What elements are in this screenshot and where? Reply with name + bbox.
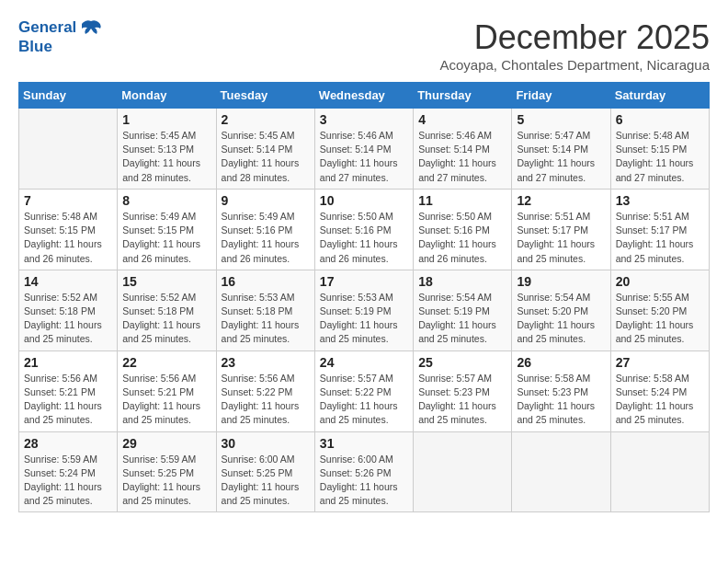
header: General Blue December 2025 Acoyapa, Chon… [18, 18, 710, 73]
day-info: Sunrise: 5:55 AM Sunset: 5:20 PM Dayligh… [616, 291, 704, 347]
calendar-cell: 26Sunrise: 5:58 AM Sunset: 5:23 PM Dayli… [512, 350, 610, 431]
day-number: 15 [122, 274, 210, 289]
calendar-cell: 3Sunrise: 5:46 AM Sunset: 5:14 PM Daylig… [314, 109, 413, 190]
day-info: Sunrise: 5:48 AM Sunset: 5:15 PM Dayligh… [24, 210, 112, 266]
calendar-cell: 2Sunrise: 5:45 AM Sunset: 5:14 PM Daylig… [216, 109, 314, 190]
calendar-cell [512, 431, 610, 512]
calendar-cell: 11Sunrise: 5:50 AM Sunset: 5:16 PM Dayli… [414, 189, 512, 270]
day-number: 22 [122, 355, 210, 370]
calendar-cell: 19Sunrise: 5:54 AM Sunset: 5:20 PM Dayli… [512, 270, 610, 350]
calendar-cell: 27Sunrise: 5:58 AM Sunset: 5:24 PM Dayli… [610, 350, 709, 431]
day-info: Sunrise: 5:49 AM Sunset: 5:15 PM Dayligh… [122, 210, 210, 266]
day-number: 1 [122, 112, 210, 127]
day-info: Sunrise: 5:48 AM Sunset: 5:15 PM Dayligh… [616, 129, 704, 185]
column-header-friday: Friday [512, 83, 610, 109]
day-info: Sunrise: 5:54 AM Sunset: 5:20 PM Dayligh… [517, 291, 605, 347]
calendar-cell: 17Sunrise: 5:53 AM Sunset: 5:19 PM Dayli… [314, 270, 413, 350]
day-number: 24 [320, 355, 408, 370]
day-number: 20 [616, 274, 704, 289]
day-number: 27 [616, 355, 704, 370]
day-info: Sunrise: 5:46 AM Sunset: 5:14 PM Dayligh… [418, 129, 506, 185]
day-number: 3 [320, 112, 408, 127]
calendar-cell: 13Sunrise: 5:51 AM Sunset: 5:17 PM Dayli… [610, 189, 709, 270]
calendar-cell: 21Sunrise: 5:56 AM Sunset: 5:21 PM Dayli… [19, 350, 118, 431]
day-number: 23 [222, 355, 310, 370]
calendar-cell [414, 431, 512, 512]
column-header-thursday: Thursday [414, 83, 512, 109]
day-number: 30 [222, 436, 310, 451]
column-header-tuesday: Tuesday [216, 83, 314, 109]
day-number: 29 [122, 436, 210, 451]
day-number: 16 [222, 274, 310, 289]
day-number: 28 [24, 436, 112, 451]
calendar-cell: 5Sunrise: 5:47 AM Sunset: 5:14 PM Daylig… [512, 109, 610, 190]
day-number: 19 [517, 274, 605, 289]
calendar-week-row: 1Sunrise: 5:45 AM Sunset: 5:13 PM Daylig… [19, 109, 710, 190]
calendar-cell: 31Sunrise: 6:00 AM Sunset: 5:26 PM Dayli… [314, 431, 413, 512]
column-header-monday: Monday [118, 83, 216, 109]
day-number: 13 [616, 193, 704, 208]
day-info: Sunrise: 5:50 AM Sunset: 5:16 PM Dayligh… [320, 210, 408, 266]
calendar-week-row: 7Sunrise: 5:48 AM Sunset: 5:15 PM Daylig… [19, 189, 710, 270]
day-info: Sunrise: 5:45 AM Sunset: 5:14 PM Dayligh… [222, 129, 310, 185]
day-number: 12 [517, 193, 605, 208]
day-info: Sunrise: 5:51 AM Sunset: 5:17 PM Dayligh… [616, 210, 704, 266]
day-info: Sunrise: 5:45 AM Sunset: 5:13 PM Dayligh… [122, 129, 210, 185]
day-info: Sunrise: 5:52 AM Sunset: 5:18 PM Dayligh… [122, 291, 210, 347]
calendar-cell: 16Sunrise: 5:53 AM Sunset: 5:18 PM Dayli… [216, 270, 314, 350]
day-info: Sunrise: 5:47 AM Sunset: 5:14 PM Dayligh… [517, 129, 605, 185]
day-number: 5 [517, 112, 605, 127]
calendar-cell: 10Sunrise: 5:50 AM Sunset: 5:16 PM Dayli… [314, 189, 413, 270]
day-info: Sunrise: 5:58 AM Sunset: 5:23 PM Dayligh… [517, 372, 605, 428]
calendar-cell: 8Sunrise: 5:49 AM Sunset: 5:15 PM Daylig… [118, 189, 216, 270]
calendar-cell: 30Sunrise: 6:00 AM Sunset: 5:25 PM Dayli… [216, 431, 314, 512]
calendar-cell: 20Sunrise: 5:55 AM Sunset: 5:20 PM Dayli… [610, 270, 709, 350]
calendar-cell: 6Sunrise: 5:48 AM Sunset: 5:15 PM Daylig… [610, 109, 709, 190]
calendar-cell: 29Sunrise: 5:59 AM Sunset: 5:25 PM Dayli… [118, 431, 216, 512]
day-number: 8 [122, 193, 210, 208]
logo-text: General Blue [18, 18, 102, 55]
day-info: Sunrise: 5:51 AM Sunset: 5:17 PM Dayligh… [517, 210, 605, 266]
day-info: Sunrise: 5:52 AM Sunset: 5:18 PM Dayligh… [24, 291, 112, 347]
day-number: 7 [24, 193, 112, 208]
day-info: Sunrise: 5:59 AM Sunset: 5:24 PM Dayligh… [24, 453, 112, 509]
day-info: Sunrise: 6:00 AM Sunset: 5:25 PM Dayligh… [222, 453, 310, 509]
logo-bird-icon [82, 19, 102, 38]
day-number: 25 [418, 355, 506, 370]
location-subtitle: Acoyapa, Chontales Department, Nicaragua [440, 57, 711, 73]
title-area: December 2025 Acoyapa, Chontales Departm… [440, 18, 711, 73]
day-number: 17 [320, 274, 408, 289]
calendar-cell: 1Sunrise: 5:45 AM Sunset: 5:13 PM Daylig… [118, 109, 216, 190]
day-info: Sunrise: 5:50 AM Sunset: 5:16 PM Dayligh… [418, 210, 506, 266]
calendar-cell: 25Sunrise: 5:57 AM Sunset: 5:23 PM Dayli… [414, 350, 512, 431]
day-number: 10 [320, 193, 408, 208]
calendar-cell: 4Sunrise: 5:46 AM Sunset: 5:14 PM Daylig… [414, 109, 512, 190]
calendar-cell: 7Sunrise: 5:48 AM Sunset: 5:15 PM Daylig… [19, 189, 118, 270]
calendar-cell: 12Sunrise: 5:51 AM Sunset: 5:17 PM Dayli… [512, 189, 610, 270]
calendar-cell: 9Sunrise: 5:49 AM Sunset: 5:16 PM Daylig… [216, 189, 314, 270]
day-number: 6 [616, 112, 704, 127]
day-number: 26 [517, 355, 605, 370]
day-info: Sunrise: 5:46 AM Sunset: 5:14 PM Dayligh… [320, 129, 408, 185]
day-info: Sunrise: 5:54 AM Sunset: 5:19 PM Dayligh… [418, 291, 506, 347]
calendar-cell [19, 109, 118, 190]
day-info: Sunrise: 5:57 AM Sunset: 5:23 PM Dayligh… [418, 372, 506, 428]
day-info: Sunrise: 5:56 AM Sunset: 5:21 PM Dayligh… [24, 372, 112, 428]
day-info: Sunrise: 5:58 AM Sunset: 5:24 PM Dayligh… [616, 372, 704, 428]
day-info: Sunrise: 5:49 AM Sunset: 5:16 PM Dayligh… [222, 210, 310, 266]
calendar-cell: 18Sunrise: 5:54 AM Sunset: 5:19 PM Dayli… [414, 270, 512, 350]
day-number: 21 [24, 355, 112, 370]
calendar-cell: 24Sunrise: 5:57 AM Sunset: 5:22 PM Dayli… [314, 350, 413, 431]
calendar-cell [610, 431, 709, 512]
column-header-saturday: Saturday [610, 83, 709, 109]
day-number: 2 [222, 112, 310, 127]
day-info: Sunrise: 5:53 AM Sunset: 5:18 PM Dayligh… [222, 291, 310, 347]
calendar-cell: 15Sunrise: 5:52 AM Sunset: 5:18 PM Dayli… [118, 270, 216, 350]
day-number: 31 [320, 436, 408, 451]
calendar-week-row: 21Sunrise: 5:56 AM Sunset: 5:21 PM Dayli… [19, 350, 710, 431]
day-number: 4 [418, 112, 506, 127]
day-info: Sunrise: 5:56 AM Sunset: 5:21 PM Dayligh… [122, 372, 210, 428]
day-info: Sunrise: 5:56 AM Sunset: 5:22 PM Dayligh… [222, 372, 310, 428]
day-info: Sunrise: 5:59 AM Sunset: 5:25 PM Dayligh… [122, 453, 210, 509]
calendar-cell: 28Sunrise: 5:59 AM Sunset: 5:24 PM Dayli… [19, 431, 118, 512]
